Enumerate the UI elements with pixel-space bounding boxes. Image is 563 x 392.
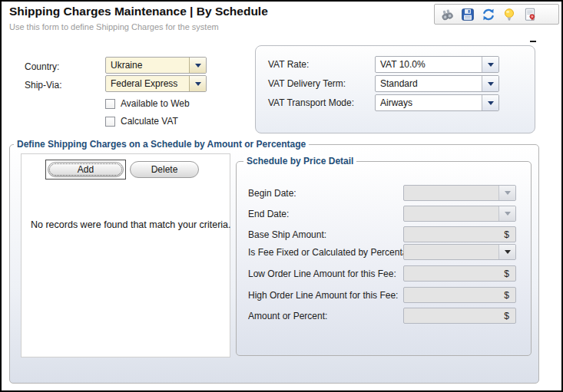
vat-rate-select[interactable]: VAT 10.0% <box>375 56 499 73</box>
vat-transport-mode-select[interactable]: Airways <box>375 94 499 111</box>
fee-fixed-or-percentage-dropdown-button[interactable] <box>498 245 515 259</box>
chevron-down-icon <box>195 64 201 68</box>
schedule-section-legend: Define Shipping Charges on a Schedule by… <box>14 139 309 150</box>
currency-suffix: $ <box>504 311 509 321</box>
chevron-down-icon <box>488 82 494 86</box>
ship-via-dropdown-button[interactable] <box>189 76 206 91</box>
base-ship-amount-input[interactable]: $ <box>403 226 516 242</box>
add-button-focus-frame: Add <box>45 160 126 180</box>
base-ship-amount-label: Base Ship Amount: <box>248 229 404 240</box>
report-icon[interactable] <box>523 8 537 21</box>
ship-via-value: Federal Express <box>106 78 189 89</box>
vat-transport-mode-dropdown-button[interactable] <box>482 95 498 110</box>
vat-transport-mode-value: Airways <box>376 97 482 108</box>
delete-button[interactable]: Delete <box>130 161 199 178</box>
ship-via-select[interactable]: Federal Express <box>105 75 207 92</box>
low-order-line-amount-label: Low Order Line Amount for this Fee: <box>248 268 404 279</box>
add-button[interactable]: Add <box>48 162 124 177</box>
chevron-down-icon <box>488 101 494 105</box>
begin-date-select[interactable] <box>403 185 516 201</box>
currency-suffix: $ <box>504 268 509 279</box>
vat-delivery-term-dropdown-button[interactable] <box>482 76 498 91</box>
fee-fixed-or-percentage-label: Is Fee Fixed or Calculated by Percentage… <box>248 247 404 258</box>
vat-panel: VAT Rate: VAT 10.0% VAT Delivery Term: S… <box>255 45 535 133</box>
chevron-down-icon <box>488 63 494 67</box>
price-detail-panel: Begin Date: End Date: Base Ship Amount: … <box>236 161 532 356</box>
country-select[interactable]: Ukraine <box>105 57 207 74</box>
calculate-vat-label: Calculate VAT <box>121 116 178 127</box>
chevron-down-icon <box>195 82 201 86</box>
resize-grip-mark <box>530 41 536 42</box>
calculate-vat-checkbox[interactable] <box>105 117 115 127</box>
fee-fixed-or-percentage-select[interactable] <box>403 244 516 260</box>
page-title: Shipping Charges Maintenance | By Schedu… <box>9 5 268 18</box>
toolbar <box>434 4 559 25</box>
price-detail-legend: Schedule by Price Detail <box>243 156 356 166</box>
tip-icon[interactable] <box>502 8 516 21</box>
vat-delivery-term-label: VAT Delivery Term: <box>268 78 346 89</box>
currency-suffix: $ <box>504 290 509 301</box>
end-date-dropdown-button[interactable] <box>498 206 515 221</box>
vat-rate-label: VAT Rate: <box>268 59 309 70</box>
chevron-down-icon <box>505 250 511 254</box>
country-value: Ukraine <box>106 60 189 71</box>
vat-delivery-term-select[interactable]: Standard <box>375 75 499 92</box>
begin-date-dropdown-button[interactable] <box>498 186 515 200</box>
chevron-down-icon <box>505 212 511 216</box>
high-order-line-amount-label: High Order Line Amount for this Fee: <box>248 290 404 301</box>
vat-rate-value: VAT 10.0% <box>376 59 482 70</box>
begin-date-label: Begin Date: <box>248 188 404 199</box>
empty-records-message: No records were found that match your cr… <box>31 219 231 230</box>
chevron-down-icon <box>505 191 511 195</box>
currency-suffix: $ <box>504 229 509 240</box>
schedule-records-list[interactable] <box>21 153 230 357</box>
page-subtitle: Use this form to define Shipping Charges… <box>9 22 219 31</box>
vat-rate-dropdown-button[interactable] <box>482 57 498 72</box>
save-icon[interactable] <box>461 8 475 21</box>
vat-transport-mode-label: VAT Transport Mode: <box>268 97 354 108</box>
country-label: Country: <box>25 61 59 72</box>
calculate-vat-row: Calculate VAT <box>105 116 178 127</box>
end-date-label: End Date: <box>248 209 404 219</box>
country-dropdown-button[interactable] <box>189 58 206 73</box>
app-window: Shipping Charges Maintenance | By Schedu… <box>0 0 563 392</box>
available-to-web-row: Available to Web <box>105 98 190 109</box>
amount-or-percent-label: Amount or Percent: <box>248 311 404 321</box>
high-order-line-amount-input[interactable]: $ <box>403 287 516 303</box>
ship-via-label: Ship-Via: <box>25 80 61 91</box>
find-icon[interactable] <box>440 8 454 21</box>
amount-or-percent-input[interactable]: $ <box>403 308 516 324</box>
vat-delivery-term-value: Standard <box>376 78 482 89</box>
available-to-web-checkbox[interactable] <box>105 99 115 109</box>
end-date-select[interactable] <box>403 206 516 222</box>
low-order-line-amount-input[interactable]: $ <box>403 265 516 282</box>
refresh-icon[interactable] <box>482 8 495 21</box>
available-to-web-label: Available to Web <box>121 98 190 109</box>
